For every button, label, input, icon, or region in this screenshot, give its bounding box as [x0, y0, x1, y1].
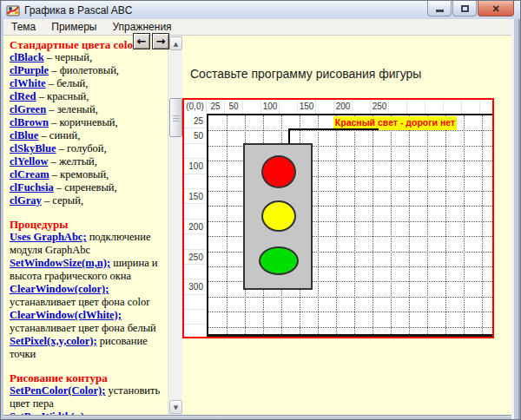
list-item: clRed – красный, [10, 90, 166, 103]
help-pane: Стандартные цвета color clBlack – черный… [3, 36, 168, 415]
exercise-figure: (0,0) 2550100150200250 25501001502002503… [182, 98, 494, 338]
list-item: Uses GraphAbc; подключение модуля GraphA… [10, 231, 166, 257]
exercise-pane: Составьте программу рисования фигуры (0,… [182, 36, 511, 415]
list-item: clBlack – черный, [10, 51, 166, 64]
help-link[interactable]: clFuchsia [10, 181, 54, 194]
y-axis-label: 100 [184, 159, 207, 174]
help-link[interactable]: clBrown [10, 116, 49, 128]
menu-item-0[interactable]: Тема [3, 19, 43, 35]
list-item: ClearWindow(clWhite); устанавливает цвет… [10, 309, 166, 335]
help-link[interactable]: clBlue [10, 129, 38, 141]
help-link[interactable]: clPurple [10, 64, 49, 76]
window-title: Графика в Pascal ABC [24, 4, 132, 16]
x-axis-label [316, 100, 334, 114]
help-link[interactable]: clGreen [10, 103, 46, 115]
menu-item-1[interactable]: Примеры [43, 19, 104, 35]
list-item: clFuchsia – сиреневый, [10, 181, 166, 194]
y-axis-label: 200 [184, 220, 207, 234]
help-link[interactable]: clWhite [10, 77, 46, 89]
help-desc: – голубой, [59, 142, 107, 154]
y-axis-label: 50 [184, 128, 207, 143]
gridline [409, 115, 410, 334]
minimize-icon [436, 10, 444, 12]
gridline [208, 297, 492, 298]
color-list: clBlack – черный,clPurple – фиолетовый,c… [10, 51, 166, 207]
help-link[interactable]: SetPenColor(Color); [10, 384, 105, 397]
list-item: ClearWindow(color); устанавливает цвет ф… [10, 283, 166, 309]
help-link[interactable]: Uses GraphAbc; [10, 231, 87, 243]
forward-button[interactable]: → [152, 33, 169, 49]
gridline [464, 115, 465, 334]
help-desc: устанавливает цвет фона color [10, 296, 149, 308]
graphics-window: Красный свет - дороги нет [207, 114, 492, 337]
list-item: clWhite – белый, [10, 77, 166, 90]
callout-line-horizontal [288, 128, 379, 130]
y-axis-label: 25 [184, 114, 207, 128]
help-link[interactable]: clSkyBlue [10, 142, 56, 154]
section-title-procedures: Процедуры [10, 218, 166, 231]
window-frame-bottom [3, 415, 511, 420]
help-link[interactable]: clBlack [10, 51, 44, 63]
gridline [373, 115, 373, 334]
window-frame-right [511, 19, 521, 420]
gridline [227, 115, 228, 334]
x-axis-label: 150 [298, 100, 316, 114]
help-link[interactable]: clGray [10, 194, 42, 207]
exercise-heading: Составьте программу рисования фигуры [190, 67, 421, 81]
y-axis-label [184, 204, 207, 219]
x-axis-label: 25 [207, 100, 225, 114]
list-item: clBrown – коричневый, [10, 116, 166, 129]
scrollbar-thumb[interactable] [169, 98, 182, 137]
help-desc: – серый, [44, 194, 83, 207]
app-icon [6, 3, 20, 17]
help-desc: – коричневый, [51, 116, 118, 128]
x-axis-label [480, 100, 492, 114]
maximize-button[interactable] [452, 1, 477, 16]
x-axis-label [389, 100, 407, 114]
y-axis-labels: 2550100150200250300 [184, 114, 207, 337]
contour-list: SetPenColor(Color); установить цвет пера… [10, 384, 166, 415]
title-bar: Графика в Pascal ABC ✕ [2, 1, 521, 19]
list-item: clCream – кремовый, [10, 168, 166, 181]
help-link[interactable]: clYellow [10, 155, 48, 167]
y-axis-label [184, 265, 207, 279]
help-link[interactable]: clCream [10, 168, 49, 180]
help-desc: – белый, [49, 77, 89, 89]
section-title-contour: Рисование контура [10, 371, 166, 384]
gridline [318, 115, 319, 334]
scroll-down-icon[interactable]: ▼ [169, 400, 182, 414]
close-icon: ✕ [491, 2, 499, 16]
list-item: clSkyBlue – голубой, [10, 142, 166, 155]
gridline [427, 115, 428, 334]
callout-line-vertical [288, 128, 290, 144]
help-link[interactable]: SetWindowSize(m,n); [10, 257, 110, 269]
x-axis-label [425, 100, 444, 114]
help-link[interactable]: clRed [10, 90, 36, 102]
gridline [208, 130, 492, 131]
gridline [208, 312, 492, 312]
scroll-up-icon[interactable]: ▲ [169, 36, 182, 50]
y-axis-label: 300 [184, 279, 207, 294]
help-desc: – кремовый, [52, 168, 109, 180]
help-desc: – фиолетовый, [51, 64, 119, 76]
y-axis-label [184, 310, 207, 325]
close-button[interactable]: ✕ [478, 1, 514, 16]
minimize-button[interactable] [427, 1, 452, 16]
y-axis-label: 150 [184, 189, 207, 204]
gridline [482, 115, 483, 334]
list-item: SetWindowSize(m,n); ширина и высота граф… [10, 257, 166, 283]
help-link[interactable]: ClearWindow(clWhite); [10, 309, 122, 321]
help-desc: – желтый, [51, 155, 97, 167]
origin-label: (0,0) [184, 100, 207, 114]
help-desc: – сиреневый, [56, 181, 117, 194]
left-scrollbar[interactable]: ▲ ▼ [168, 36, 182, 415]
help-link[interactable]: ClearWindow(color); [10, 283, 109, 295]
list-item: clGray – серый, [10, 194, 166, 207]
back-button[interactable]: ← [133, 33, 150, 49]
gridline [391, 115, 392, 334]
green-light [259, 246, 299, 275]
x-axis-label [353, 100, 371, 114]
help-link[interactable]: SetPixel(x,y,color); [10, 335, 97, 347]
menu-bar: ТемаПримерыУпражнения [3, 19, 511, 36]
help-desc: – зеленый, [49, 103, 98, 115]
